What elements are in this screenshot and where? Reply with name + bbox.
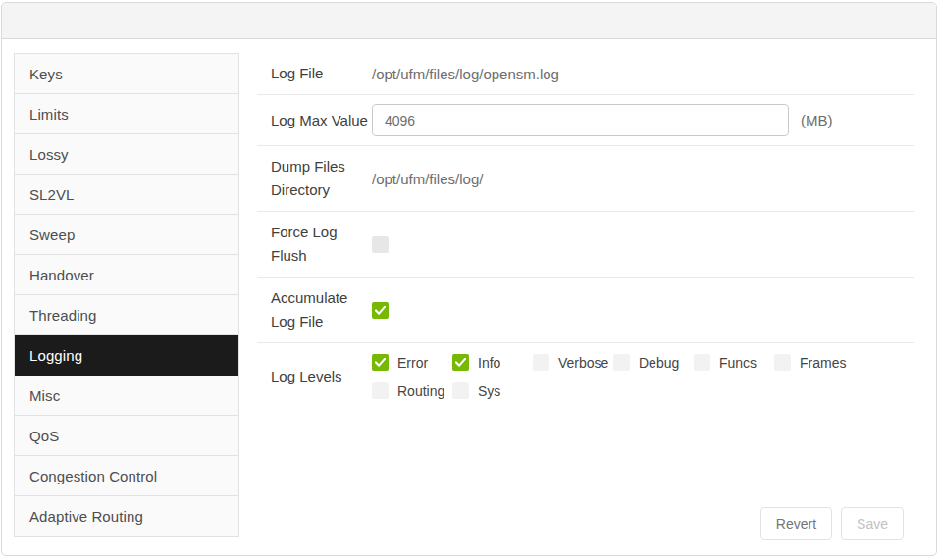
log-levels-row: Log Levels Error Info Verbose — [257, 343, 914, 410]
save-button[interactable]: Save — [841, 507, 904, 540]
debug-checkbox[interactable] — [613, 354, 630, 371]
sidebar-item-adaptive-routing[interactable]: Adaptive Routing — [15, 496, 238, 536]
dump-files-directory-label: Dump Files Directory — [257, 155, 372, 202]
settings-panel: Keys Limits Lossy SL2VL Sweep Handover T… — [1, 2, 937, 556]
log-file-row: Log File /opt/ufm/files/log/opensm.log — [257, 53, 914, 95]
form-actions: Revert Save — [760, 507, 904, 540]
log-level-error[interactable]: Error — [372, 354, 452, 371]
log-levels-group: Error Info Verbose Debug — [372, 352, 872, 401]
logging-form: Log File /opt/ufm/files/log/opensm.log L… — [257, 53, 914, 410]
verbose-label: Verbose — [558, 355, 608, 371]
check-icon — [375, 306, 386, 315]
sidebar-item-handover[interactable]: Handover — [15, 255, 238, 295]
info-checkbox[interactable] — [452, 354, 469, 371]
sidebar-item-misc[interactable]: Misc — [15, 376, 238, 416]
sidebar-item-sl2vl[interactable]: SL2VL — [15, 175, 238, 215]
funcs-label: Funcs — [719, 355, 757, 371]
sidebar-item-threading[interactable]: Threading — [15, 295, 238, 335]
routing-label: Routing — [397, 383, 444, 399]
log-max-value-label: Log Max Value — [257, 109, 372, 132]
frames-label: Frames — [800, 355, 846, 371]
accumulate-log-file-checkbox[interactable] — [372, 302, 389, 319]
sidebar-item-lossy[interactable]: Lossy — [15, 134, 238, 175]
log-level-routing[interactable]: Routing — [372, 382, 452, 399]
force-log-flush-label: Force Log Flush — [257, 221, 372, 268]
accumulate-log-file-label: Accumulate Log File — [257, 286, 372, 333]
log-level-info[interactable]: Info — [452, 354, 533, 371]
sidebar-item-qos[interactable]: QoS — [15, 416, 238, 456]
frames-checkbox[interactable] — [774, 354, 791, 371]
log-max-value-unit: (MB) — [801, 112, 833, 128]
log-levels-label: Log Levels — [257, 365, 372, 388]
log-max-value-row: Log Max Value (MB) — [257, 95, 914, 146]
sidebar-item-sweep[interactable]: Sweep — [15, 215, 238, 255]
info-label: Info — [478, 355, 500, 371]
debug-label: Debug — [639, 355, 679, 371]
accumulate-log-file-row: Accumulate Log File — [257, 278, 914, 343]
funcs-checkbox[interactable] — [694, 354, 710, 371]
settings-nav: Keys Limits Lossy SL2VL Sweep Handover T… — [14, 53, 239, 537]
sidebar-item-logging[interactable]: Logging — [15, 335, 238, 376]
log-level-sys[interactable]: Sys — [452, 382, 533, 399]
force-log-flush-checkbox[interactable] — [372, 236, 389, 253]
sidebar-item-congestion-control[interactable]: Congestion Control — [15, 456, 238, 496]
force-log-flush-row: Force Log Flush — [257, 212, 914, 278]
top-toolbar — [2, 3, 936, 39]
log-file-label: Log File — [257, 62, 372, 85]
log-level-frames[interactable]: Frames — [774, 354, 855, 371]
error-checkbox[interactable] — [372, 354, 389, 371]
dump-files-directory-value: /opt/ufm/files/log/ — [372, 171, 914, 187]
log-level-funcs[interactable]: Funcs — [694, 354, 774, 371]
sys-label: Sys — [478, 383, 500, 399]
sidebar-item-keys[interactable]: Keys — [15, 54, 238, 94]
revert-button[interactable]: Revert — [760, 507, 832, 540]
error-label: Error — [397, 355, 428, 371]
sys-checkbox[interactable] — [452, 382, 469, 399]
routing-checkbox[interactable] — [372, 382, 389, 399]
log-level-debug[interactable]: Debug — [613, 354, 694, 371]
check-icon — [375, 358, 386, 367]
check-icon — [455, 358, 466, 367]
sidebar-item-limits[interactable]: Limits — [15, 94, 238, 134]
dump-files-directory-row: Dump Files Directory /opt/ufm/files/log/ — [257, 146, 914, 212]
log-level-verbose[interactable]: Verbose — [533, 354, 613, 371]
verbose-checkbox[interactable] — [533, 354, 549, 371]
log-file-value: /opt/ufm/files/log/opensm.log — [372, 66, 914, 82]
log-max-value-input[interactable] — [372, 104, 789, 136]
